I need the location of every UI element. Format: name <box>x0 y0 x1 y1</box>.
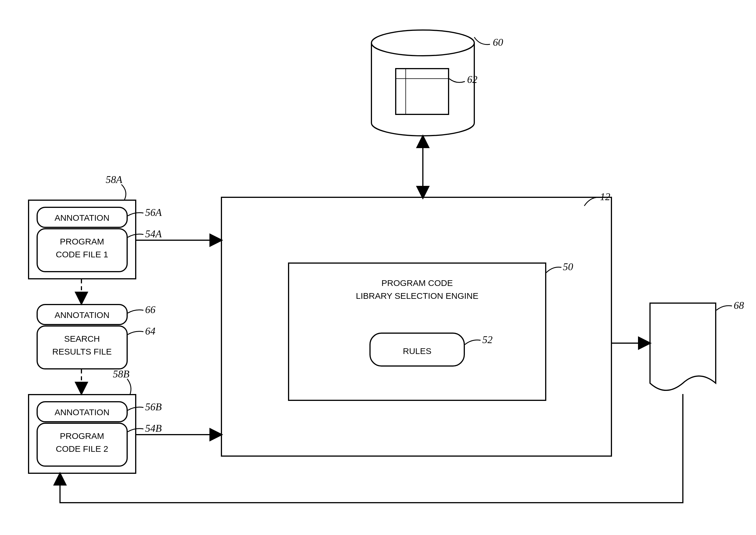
ref-54B: 54B <box>145 423 162 434</box>
ref-54A: 54A <box>145 228 162 239</box>
ref-62: 62 <box>467 74 477 85</box>
diagram-root: 60 62 12 PROGRAM CODE LIBRARY SELECTION … <box>0 0 756 535</box>
search-line1: SEARCH <box>64 334 100 343</box>
ref-56A: 56A <box>145 207 162 218</box>
main-box-12 <box>221 197 611 456</box>
prog2-line1: PROGRAM <box>60 431 104 441</box>
prog1-line2: CODE FILE 1 <box>56 250 108 259</box>
prog1-line1: PROGRAM <box>60 237 104 246</box>
ref-68: 68 <box>734 300 744 311</box>
search-line2: RESULTS FILE <box>52 347 112 356</box>
annotation-56A-label: ANNOTATION <box>55 213 109 222</box>
rules-label: RULES <box>403 346 431 356</box>
table-icon <box>396 69 448 114</box>
ref-52: 52 <box>482 334 493 346</box>
ref-66: 66 <box>145 304 155 315</box>
ref-64: 64 <box>145 325 155 337</box>
prog2-line2: CODE FILE 2 <box>56 444 108 454</box>
ref-58B: 58B <box>113 368 129 380</box>
ref-60: 60 <box>493 37 503 48</box>
annotation-56B-label: ANNOTATION <box>55 408 109 417</box>
ref-58A: 58A <box>106 174 122 185</box>
annotation-66-label: ANNOTATION <box>55 310 109 320</box>
output-doc-68 <box>650 303 716 390</box>
engine-title-1: PROGRAM CODE <box>381 278 453 288</box>
ref-50: 50 <box>563 261 573 272</box>
ref-56B: 56B <box>145 401 162 413</box>
ref-12: 12 <box>600 191 610 203</box>
engine-title-2: LIBRARY SELECTION ENGINE <box>356 291 478 300</box>
database-60 <box>371 30 474 136</box>
